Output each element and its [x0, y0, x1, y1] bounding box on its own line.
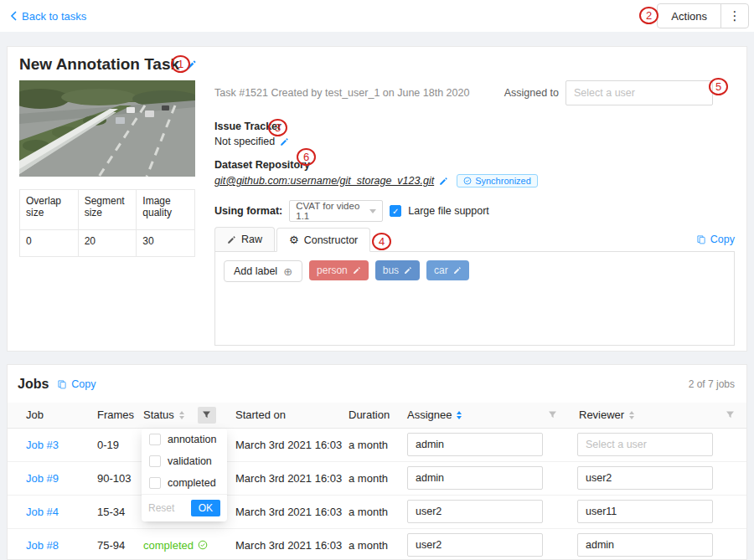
param-header-overlap: Overlap size [20, 190, 79, 230]
job-started: March 3rd 2021 16:03 [235, 428, 349, 461]
back-to-tasks-link[interactable]: Back to tasks [10, 10, 86, 23]
reviewer-input[interactable] [577, 500, 713, 523]
job-started: March 3rd 2021 16:03 [235, 495, 349, 528]
checkbox-icon [149, 455, 161, 467]
table-row: Job #9 90-103 March 3rd 2021 16:03 a mon… [8, 461, 747, 495]
filter-footer: Reset OK [142, 494, 227, 521]
task-parameters-table: Overlap size Segment size Image quality … [19, 189, 195, 257]
labels-tab-bar: Raw ⚙ Constructor Copy [214, 228, 735, 252]
jobs-title: Jobs [18, 377, 49, 392]
format-select-value: CVAT for video 1.1 [296, 201, 369, 221]
reviewer-sort-icons[interactable] [629, 411, 634, 419]
job-duration: a month [349, 495, 407, 528]
actions-menu-button[interactable]: ⋮ [720, 3, 749, 28]
checkbox-icon [149, 477, 161, 489]
assignee-input[interactable] [407, 433, 543, 456]
back-to-tasks-label: Back to tasks [22, 10, 86, 23]
job-frames: 0-19 [97, 428, 143, 461]
status-sort-icons[interactable] [179, 411, 184, 419]
tab-raw[interactable]: Raw [214, 227, 275, 251]
column-frames: Frames [97, 408, 134, 421]
task-meta-row: Task #1521 Created by test_user_1 on Jun… [214, 80, 735, 105]
jobs-table-header-row: Job Frames Status Started on Duration As… [8, 403, 747, 428]
filter-reset-button[interactable]: Reset [148, 502, 174, 514]
param-value-quality: 30 [137, 230, 195, 257]
job-link[interactable]: Job #9 [26, 472, 59, 485]
assignee-input[interactable] [407, 500, 543, 523]
add-label-text: Add label [234, 265, 277, 277]
filter-option-completed[interactable]: completed [142, 472, 227, 494]
tab-constructor[interactable]: ⚙ Constructor [276, 228, 370, 252]
job-link[interactable]: Job #8 [26, 539, 59, 552]
assignee-filter-icon[interactable] [548, 410, 557, 419]
raw-tab-label: Raw [241, 234, 262, 245]
sync-status-label: Synchronized [475, 176, 531, 186]
reviewer-input[interactable] [577, 533, 713, 557]
job-link[interactable]: Job #3 [26, 439, 59, 451]
annotation-marker-6: 6 [297, 148, 316, 166]
task-preview-image [19, 80, 195, 177]
copy-labels-button[interactable]: Copy [696, 234, 735, 245]
assignee-input[interactable] [407, 533, 543, 557]
task-left-column: Overlap size Segment size Image quality … [19, 80, 195, 257]
assignee-input[interactable] [407, 466, 543, 490]
dataset-repository-block: Dataset Repository git@github.com:userna… [214, 159, 735, 188]
filter-option-validation[interactable]: validation [142, 450, 227, 472]
copy-icon [57, 379, 67, 389]
chevron-left-icon [10, 11, 17, 21]
actions-button[interactable]: Actions [657, 3, 721, 28]
edit-label-icon[interactable] [404, 266, 412, 275]
annotation-marker-2: 2 [639, 7, 658, 24]
job-frames: 15-34 [97, 495, 143, 528]
edit-label-icon[interactable] [453, 266, 462, 275]
pencil-icon [280, 137, 289, 146]
using-format-label: Using format: [214, 205, 282, 217]
reviewer-input[interactable] [577, 466, 713, 490]
label-name: car [434, 265, 448, 276]
job-status-text: completed [143, 539, 194, 552]
sync-status-badge: Synchronized [457, 174, 538, 188]
raw-tab-pencil-icon [227, 235, 236, 244]
edit-label-icon[interactable] [353, 266, 361, 275]
format-row: Using format: CVAT for video 1.1 ✓ Large… [214, 199, 735, 223]
edit-repository-icon[interactable] [439, 177, 448, 186]
assigned-to-label: Assigned to [504, 87, 559, 99]
filter-option-label: completed [168, 477, 216, 489]
page-root: { "topbar": { "back_label": "Back to tas… [0, 0, 754, 560]
job-duration: a month [349, 428, 407, 461]
column-started: Started on [235, 408, 286, 421]
assignee-sort-icons[interactable] [457, 411, 462, 419]
table-row: Job #8 75-94 completed March 3rd 2021 16… [8, 528, 747, 560]
issue-tracker-block: Issue Tracker Not specified [214, 121, 735, 147]
param-header-segment: Segment size [78, 190, 137, 230]
add-label-button[interactable]: Add label ⊕ [224, 260, 302, 282]
task-right-column: Task #1521 Created by test_user_1 on Jun… [214, 80, 735, 346]
copy-jobs-button[interactable]: Copy [57, 378, 96, 390]
page-title: New Annotation Task [19, 55, 179, 74]
constructor-tool-icon: ⚙ [289, 234, 299, 245]
job-duration: a month [349, 528, 407, 560]
task-meta: Task #1521 Created by test_user_1 on Jun… [214, 87, 469, 99]
param-value-segment: 20 [78, 230, 137, 257]
job-link[interactable]: Job #4 [26, 506, 59, 518]
edit-issue-tracker-icon[interactable] [280, 137, 289, 146]
reviewer-filter-icon[interactable] [726, 410, 735, 419]
filter-ok-button[interactable]: OK [191, 500, 220, 516]
format-select[interactable]: CVAT for video 1.1 [289, 200, 383, 222]
copy-label: Copy [71, 378, 96, 390]
annotation-marker-4: 4 [372, 233, 391, 250]
assigned-to-select[interactable] [566, 80, 713, 105]
column-duration: Duration [349, 408, 390, 421]
label-chip-bus: bus [375, 260, 420, 280]
large-file-checkbox[interactable]: ✓ [390, 205, 401, 217]
labels-widget: Raw ⚙ Constructor Copy Add label ⊕ perso… [214, 228, 735, 346]
filter-option-label: annotation [168, 434, 216, 445]
repository-url: git@github.com:username/git_storage_v123… [214, 175, 434, 187]
param-value-overlap: 0 [20, 230, 79, 257]
reviewer-input[interactable] [577, 433, 713, 456]
table-row: Job #3 0-19 March 3rd 2021 16:03 a month [8, 428, 747, 461]
job-frames: 90-103 [97, 461, 143, 495]
column-reviewer: Reviewer [579, 408, 624, 421]
filter-option-annotation[interactable]: annotation [142, 429, 227, 450]
status-filter-icon[interactable] [198, 407, 216, 424]
